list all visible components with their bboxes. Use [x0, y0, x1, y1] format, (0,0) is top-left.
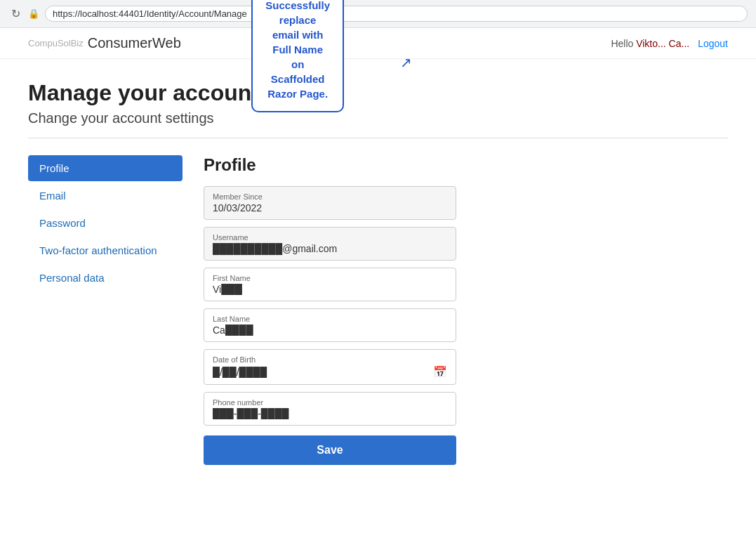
brand: CompuSolBiz ConsumerWeb [28, 35, 181, 51]
sidebar: Profile Email Password Two-factor authen… [28, 155, 183, 465]
phone-input[interactable] [213, 408, 447, 419]
toast-message: Successfully replace email with Full Nam… [251, 0, 344, 112]
member-since-value: 10/03/2022 [213, 202, 447, 214]
last-name-field[interactable]: Last Name [204, 308, 456, 342]
page-title: Manage your account [28, 80, 728, 106]
phone-field[interactable]: Phone number [204, 392, 456, 426]
lock-icon: 🔒 [28, 8, 39, 19]
refresh-button[interactable]: ↻ [8, 7, 22, 21]
hello-username: Vikto... Ca... [636, 38, 689, 49]
first-name-input[interactable] [213, 284, 447, 295]
sidebar-item-2fa[interactable]: Two-factor authentication [28, 237, 183, 263]
brand-name: ConsumerWeb [88, 35, 181, 51]
first-name-field[interactable]: First Name [204, 268, 456, 301]
logout-link[interactable]: Logout [698, 38, 728, 49]
profile-form: Successfully replace email with Full Nam… [204, 155, 456, 465]
divider [28, 138, 728, 138]
dob-label: Date of Birth [213, 355, 447, 364]
dob-input[interactable] [213, 367, 433, 378]
dob-input-row: 📅 [213, 365, 447, 379]
calendar-icon[interactable]: 📅 [433, 365, 447, 379]
header-right: Hello Vikto... Ca... Logout [611, 38, 728, 49]
member-since-field: Member Since 10/03/2022 [204, 186, 456, 220]
sidebar-item-email[interactable]: Email [28, 183, 183, 209]
member-since-label: Member Since [213, 192, 447, 201]
main-content: Manage your account Change your account … [0, 59, 756, 486]
first-name-label: First Name [213, 274, 447, 282]
sidebar-item-personal-data[interactable]: Personal data [28, 265, 183, 291]
address-bar[interactable]: https://localhost:44401/Identity/Account… [45, 6, 748, 22]
sidebar-item-profile[interactable]: Profile [28, 155, 183, 181]
last-name-input[interactable] [213, 324, 447, 336]
layout: Profile Email Password Two-factor authen… [28, 155, 728, 465]
dob-field[interactable]: Date of Birth 📅 [204, 349, 456, 385]
phone-label: Phone number [213, 398, 447, 407]
username-label: Username [213, 233, 447, 242]
last-name-label: Last Name [213, 315, 447, 323]
sidebar-item-password[interactable]: Password [28, 210, 183, 236]
browser-bar: ↻ 🔒 https://localhost:44401/Identity/Acc… [0, 0, 756, 28]
section-title: Profile [204, 155, 456, 175]
brand-logo-text: CompuSolBiz [28, 38, 84, 48]
save-button[interactable]: Save [204, 435, 456, 465]
page-subtitle: Change your account settings [28, 110, 728, 126]
app-header: CompuSolBiz ConsumerWeb Hello Vikto... C… [0, 28, 756, 59]
hello-greeting: Hello Vikto... Ca... [611, 38, 689, 49]
username-value: ██████████@gmail.com [213, 243, 447, 254]
toast-arrow-indicator: ↗ [400, 54, 412, 71]
username-field: Username ██████████@gmail.com [204, 227, 456, 261]
